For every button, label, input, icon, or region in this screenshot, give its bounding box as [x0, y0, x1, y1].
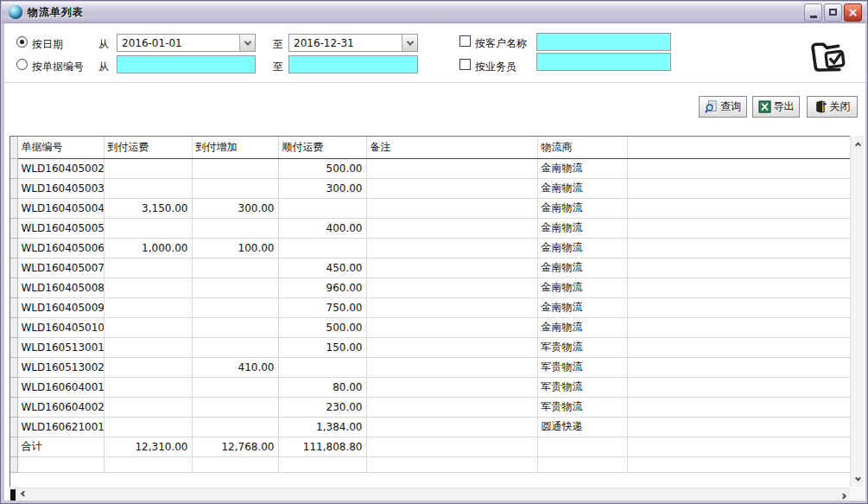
scroll-left-button[interactable] — [17, 488, 29, 501]
row-indicator[interactable] — [10, 417, 17, 437]
horizontal-scroll-thumb[interactable] — [10, 489, 16, 501]
column-header[interactable]: 单据编号 — [17, 137, 104, 158]
checkbox-by-customer[interactable] — [459, 35, 471, 47]
table-cell: WLD160513001 — [17, 337, 104, 357]
checkbox-by-salesman[interactable] — [459, 59, 471, 70]
table-header-row: 单据编号到付运费到付增加顺付运费备注物流商 — [10, 137, 850, 158]
table-cell — [192, 317, 278, 337]
scroll-down-button[interactable] — [852, 473, 864, 485]
excel-export-icon — [758, 100, 771, 113]
row-indicator[interactable] — [10, 278, 17, 297]
window-title: 物流单列表 — [28, 5, 84, 20]
table-cell: 410.00 — [192, 357, 278, 377]
table-cell — [366, 437, 537, 456]
table-row[interactable]: WLD160405007450.00金南物流 — [10, 258, 850, 278]
table-cell: WLD160405006 — [17, 238, 104, 258]
row-indicator[interactable] — [10, 357, 17, 377]
date-to-dropdown-button[interactable] — [402, 35, 417, 51]
column-header[interactable]: 到付运费 — [104, 137, 192, 158]
radio-by-date[interactable] — [16, 36, 28, 48]
table-cell — [278, 238, 366, 258]
row-indicator[interactable] — [10, 158, 17, 178]
table-cell — [366, 297, 537, 317]
table-cell — [366, 198, 537, 218]
vertical-scrollbar[interactable] — [850, 136, 864, 487]
table-cell: WLD160513002 — [17, 357, 104, 377]
empty-row[interactable] — [10, 456, 850, 472]
close-button[interactable]: × — [844, 3, 862, 22]
row-indicator[interactable] — [10, 218, 17, 238]
table-cell: WLD160405007 — [17, 258, 104, 278]
row-indicator[interactable] — [10, 337, 17, 357]
table-cell — [366, 337, 537, 357]
table-cell — [192, 397, 278, 417]
date-from-value: 2016-01-01 — [117, 35, 239, 51]
row-indicator[interactable] — [10, 437, 17, 456]
table-row[interactable]: WLD16060400180.00军贵物流 — [10, 377, 850, 397]
date-from-dropdown-button[interactable] — [239, 35, 255, 51]
row-indicator[interactable] — [10, 178, 17, 198]
table-row[interactable]: WLD160513001150.00军贵物流 — [10, 337, 850, 357]
filler-cell — [627, 258, 850, 278]
table-cell: 111,808.80 — [278, 437, 366, 456]
row-indicator[interactable] — [10, 456, 17, 472]
doc-from-input[interactable] — [117, 55, 256, 73]
scroll-right-button[interactable] — [837, 488, 849, 501]
app-globe-icon — [9, 5, 22, 19]
row-indicator[interactable] — [10, 377, 17, 397]
table-cell: 300.00 — [278, 178, 366, 198]
column-header[interactable]: 到付增加 — [192, 137, 278, 158]
column-header[interactable]: 备注 — [366, 137, 537, 158]
total-row[interactable]: 合计12,310.0012,768.00111,808.80 — [10, 437, 850, 456]
table-row[interactable]: WLD160405009750.00金南物流 — [10, 297, 850, 317]
table-cell — [366, 258, 537, 278]
salesman-input[interactable] — [536, 53, 671, 71]
table-row[interactable]: WLD160405003300.00金南物流 — [10, 178, 850, 198]
date-to-combo[interactable]: 2016-12-31 — [288, 34, 418, 52]
minimize-button[interactable] — [804, 3, 822, 22]
table-row[interactable]: WLD1604050043,150.00300.00金南物流 — [10, 198, 850, 218]
table-row[interactable]: WLD160405008960.00金南物流 — [10, 278, 850, 297]
radio-by-doc-number[interactable] — [16, 59, 28, 70]
table-cell — [192, 337, 278, 357]
table-cell: 12,768.00 — [192, 437, 278, 456]
column-header[interactable]: 顺付运费 — [278, 137, 366, 158]
scroll-up-button[interactable] — [852, 137, 864, 150]
column-header[interactable]: 物流商 — [537, 137, 627, 158]
table-row[interactable]: WLD160405010500.00金南物流 — [10, 317, 850, 337]
table-cell — [366, 417, 537, 437]
scrollbar-corner — [850, 488, 864, 501]
table-row[interactable]: WLD160604002230.00军贵物流 — [10, 397, 850, 417]
row-indicator[interactable] — [10, 258, 17, 278]
checkbox-by-customer-label: 按客户名称 — [475, 36, 527, 51]
query-button[interactable]: 查询 — [699, 96, 747, 118]
table-cell — [104, 357, 192, 377]
row-indicator[interactable] — [10, 198, 17, 218]
row-indicator[interactable] — [10, 238, 17, 258]
table-cell: WLD160405003 — [17, 178, 104, 198]
table-cell: WLD160621001 — [17, 417, 104, 437]
from-label-date: 从 — [98, 37, 109, 52]
table-cell: WLD160405009 — [17, 297, 104, 317]
date-from-combo[interactable]: 2016-01-01 — [117, 34, 256, 52]
checkbox-by-salesman-label: 按业务员 — [475, 60, 516, 74]
row-indicator[interactable] — [10, 317, 17, 337]
filler-cell — [627, 437, 850, 456]
customer-name-input[interactable] — [536, 33, 671, 51]
row-indicator[interactable] — [10, 397, 17, 417]
row-indicator[interactable] — [10, 297, 17, 317]
table-row[interactable]: WLD1606210011,384.00圆通快递 — [10, 417, 850, 437]
doc-to-input[interactable] — [288, 55, 418, 73]
table-cell: WLD160405004 — [17, 198, 104, 218]
table-row[interactable]: WLD1604050061,000.00100.00金南物流 — [10, 238, 850, 258]
horizontal-scrollbar[interactable] — [10, 488, 850, 501]
chevron-left-icon — [20, 490, 26, 496]
export-button[interactable]: 导出 — [752, 96, 800, 118]
table-row[interactable]: WLD160405005400.00金南物流 — [10, 218, 850, 238]
maximize-button[interactable] — [824, 3, 842, 22]
close-window-button[interactable]: 关闭 — [807, 96, 858, 118]
table-cell — [537, 437, 627, 456]
table-row[interactable]: WLD160405002500.00金南物流 — [10, 158, 850, 178]
table-cell — [192, 258, 278, 278]
table-row[interactable]: WLD160513002410.00军贵物流 — [10, 357, 850, 377]
